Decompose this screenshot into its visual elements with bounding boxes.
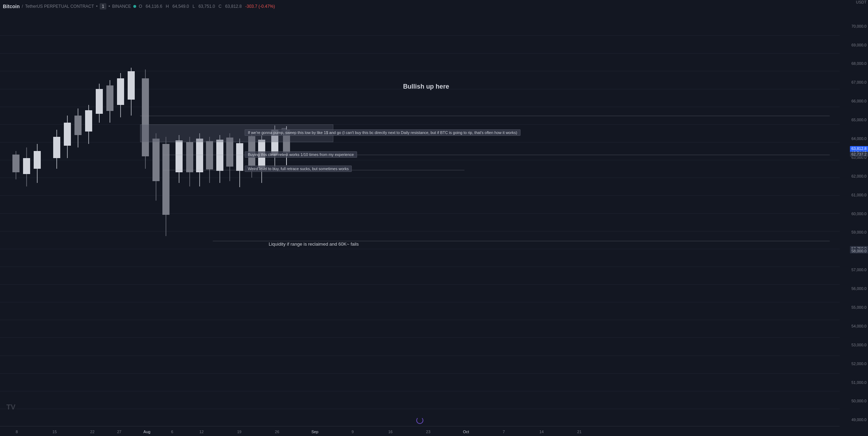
time-27: 27	[117, 430, 121, 434]
svg-rect-37	[216, 140, 223, 171]
time-12: 12	[199, 430, 204, 434]
price-49k: 49,000.0	[851, 418, 867, 422]
svg-rect-23	[142, 78, 149, 156]
time-19: 19	[237, 430, 241, 434]
high-label: H	[166, 4, 169, 9]
time-15: 15	[52, 430, 57, 434]
price-change: -303.7 (-0.47%)	[245, 4, 275, 9]
bullish-label: Bullish up here	[403, 83, 449, 90]
58k-marker: 58,000.0	[850, 248, 868, 253]
price-65k: 65,000.0	[851, 118, 867, 122]
sweep-annotation: If we're gonna pump, sweep this low by l…	[245, 129, 521, 136]
close-value: 63,812.8	[225, 4, 242, 9]
time-aug: Aug	[144, 430, 151, 434]
price-axis: USDT 70,000.0 69,000.0 68,000.0 67,000.0…	[840, 0, 868, 436]
interval-badge[interactable]: 1	[100, 3, 106, 10]
time-sep: Sep	[311, 430, 318, 434]
candles-chart	[0, 13, 840, 426]
svg-rect-17	[106, 85, 113, 111]
price-60k: 60,000.0	[851, 212, 867, 216]
header: Bitcoin / TetherUS PERPETUAL CONTRACT • …	[0, 0, 868, 13]
live-dot	[133, 5, 136, 8]
separator1: •	[96, 4, 98, 9]
price-56k: 56,000.0	[851, 286, 867, 291]
price-53k: 53,000.0	[851, 343, 867, 347]
close-label: C	[218, 4, 222, 9]
tradingview-logo: TV	[6, 402, 17, 413]
price-68k: 68,000.0	[851, 61, 867, 66]
liquidity-label: Liquidity if range is reclaimed and 60K~…	[269, 241, 359, 247]
marker1-label: 62,737.2	[850, 152, 868, 157]
chart-canvas: Bullish up here If we're gonna pump, swe…	[0, 13, 840, 426]
price-55k: 55,000.0	[851, 305, 867, 309]
weird-level-annotation: Weird level to buy, full retrace sucks, …	[245, 166, 352, 172]
time-sep16: 16	[388, 430, 393, 434]
svg-rect-7	[53, 137, 60, 158]
svg-rect-3	[23, 158, 30, 174]
price-70k: 70,000.0	[851, 24, 867, 28]
price-54k: 54,000.0	[851, 324, 867, 328]
low-value: 63,751.0	[199, 4, 215, 9]
open-value: 64,116.6	[146, 4, 162, 9]
price-52k: 52,000.0	[851, 362, 867, 366]
svg-rect-13	[85, 110, 92, 132]
time-axis: 8 15 22 27 Aug 6 12 19 26 Sep 9 16 23 Oc…	[0, 426, 840, 436]
symbol-name: Bitcoin	[3, 4, 20, 9]
svg-rect-31	[186, 142, 193, 172]
svg-rect-5	[34, 151, 41, 169]
svg-rect-25	[152, 139, 160, 181]
svg-rect-19	[117, 78, 124, 105]
price-64k: 64,000.0	[851, 136, 867, 141]
price-50k: 50,000.0	[851, 399, 867, 403]
separator2: •	[108, 4, 110, 9]
chart-container: Bitcoin / TetherUS PERPETUAL CONTRACT • …	[0, 0, 868, 436]
time-oct21: 21	[577, 430, 582, 434]
price-51k: 51,000.0	[851, 380, 867, 385]
svg-rect-21	[128, 71, 135, 100]
time-sep23: 23	[426, 430, 430, 434]
exchange-name: BINANCE	[112, 4, 131, 9]
price-57k: 57,000.0	[851, 268, 867, 272]
svg-rect-27	[162, 144, 169, 215]
svg-rect-41	[236, 143, 243, 171]
svg-rect-1	[12, 155, 20, 172]
time-6: 6	[171, 430, 173, 434]
symbol-info: Bitcoin / TetherUS PERPETUAL CONTRACT • …	[3, 3, 136, 10]
high-value: 64,549.0	[172, 4, 189, 9]
time-22: 22	[90, 430, 94, 434]
time-8: 8	[16, 430, 18, 434]
time-sep9: 9	[351, 430, 354, 434]
time-oct14: 14	[539, 430, 544, 434]
retest-annotation: Buying this clean retest works 1/10 time…	[245, 151, 357, 158]
price-data: O 64,116.6 H 64,549.0 L 63,751.0 C 63,81…	[139, 4, 275, 9]
price-69k: 69,000.0	[851, 43, 867, 47]
price-59k: 59,000.0	[851, 230, 867, 234]
svg-rect-33	[196, 139, 203, 172]
low-label: L	[193, 4, 195, 9]
pair-name: TetherUS PERPETUAL CONTRACT	[25, 4, 94, 9]
price-62k: 62,000.0	[851, 174, 867, 178]
svg-rect-29	[176, 140, 183, 172]
open-label: O	[139, 4, 142, 9]
svg-rect-9	[64, 123, 71, 146]
price-66k: 66,000.0	[851, 99, 867, 103]
time-oct: Oct	[463, 430, 469, 434]
time-26: 26	[275, 430, 279, 434]
pair-detail: /	[22, 4, 23, 9]
svg-rect-35	[206, 141, 213, 169]
refresh-spinner	[416, 417, 423, 424]
price-67k: 67,000.0	[851, 80, 867, 84]
svg-text:TV: TV	[6, 403, 16, 411]
svg-rect-11	[74, 116, 82, 135]
time-oct7: 7	[503, 430, 505, 434]
price-61k: 61,000.0	[851, 193, 867, 197]
svg-rect-15	[96, 89, 103, 114]
